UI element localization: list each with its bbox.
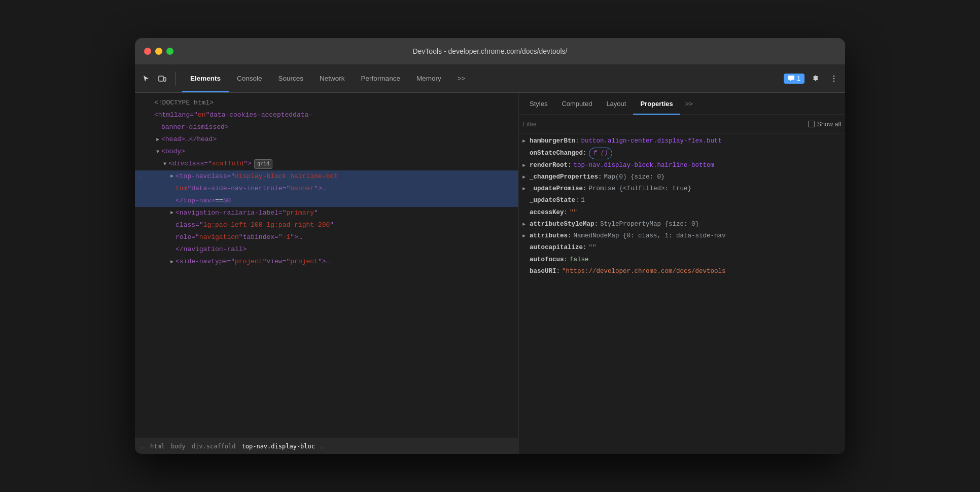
minimize-button[interactable] — [155, 48, 162, 55]
svg-rect-1 — [164, 78, 166, 81]
cursor-icon[interactable] — [139, 72, 153, 86]
grid-badge[interactable]: grid — [254, 159, 272, 169]
chat-badge-button[interactable]: 1 — [784, 74, 804, 84]
html-line-html-open: ► <html lang="en" data-cookies-accepted … — [135, 109, 518, 121]
tab-styles[interactable]: Styles — [522, 93, 554, 115]
breadcrumb: … html body div.scaffold top-nav.display… — [135, 438, 518, 454]
svg-point-4 — [833, 80, 834, 81]
filter-input[interactable] — [522, 120, 804, 128]
breadcrumb-dots-start: … — [139, 443, 147, 450]
tab-memory[interactable]: Memory — [408, 64, 449, 92]
prop-row-attributeStyleMap: ► attributeStyleMap : StylePropertyMap {… — [518, 219, 845, 230]
prop-triangle-attributeStyleMap[interactable]: ► — [522, 220, 530, 229]
show-all-label: Show all — [817, 121, 841, 128]
prop-row-accessKey: ► accessKey : "" — [518, 207, 845, 219]
tab-layout[interactable]: Layout — [599, 93, 633, 115]
right-tabbar: Styles Computed Layout Properties >> — [518, 93, 845, 115]
top-tabbar: Elements Console Sources Network Perform… — [135, 64, 845, 93]
f-badge: f () — [589, 148, 613, 159]
prop-row-attributes: ► attributes : NamedNodeMap {0: class, 1… — [518, 230, 845, 242]
svg-rect-0 — [159, 76, 163, 81]
tab-network[interactable]: Network — [311, 64, 353, 92]
top-tabs: Elements Console Sources Network Perform… — [182, 64, 784, 92]
svg-point-2 — [833, 75, 834, 76]
tab-more[interactable]: >> — [449, 64, 474, 92]
show-all-container[interactable]: Show all — [808, 121, 841, 128]
tab-performance[interactable]: Performance — [353, 64, 408, 92]
prop-triangle-attributes[interactable]: ► — [522, 232, 530, 240]
prop-triangle-updatePromise[interactable]: ► — [522, 185, 530, 193]
tab-computed[interactable]: Computed — [554, 93, 599, 115]
toolbar-icons — [139, 72, 176, 86]
prop-row-autofocus: ► autofocus : false — [518, 254, 845, 266]
svg-point-3 — [833, 78, 834, 79]
html-line-navrail-role: role="navigation" tabindex="-1">… — [135, 231, 518, 243]
prop-row-renderRoot: ► renderRoot : top-nav.display-block.hai… — [518, 160, 845, 171]
html-line-topnav-cont: tom" data-side-nav-inert role="banner">… — [135, 183, 518, 195]
breadcrumb-html[interactable]: html — [147, 442, 168, 451]
right-tab-more-icon[interactable]: >> — [682, 100, 696, 108]
window-controls — [144, 48, 173, 55]
tab-properties[interactable]: Properties — [633, 93, 680, 115]
properties-list[interactable]: ► hamburgerBtn : button.align-center.dis… — [518, 133, 845, 454]
maximize-button[interactable] — [166, 48, 173, 55]
html-line-html-cont: ► banner-dismissed> — [135, 121, 518, 133]
prop-triangle-renderRoot[interactable]: ► — [522, 161, 530, 170]
html-line-sidenav[interactable]: ► <side-nav type="project" view="project… — [135, 256, 518, 268]
tab-console[interactable]: Console — [229, 64, 270, 92]
tab-sources[interactable]: Sources — [270, 64, 312, 92]
right-panel: Styles Computed Layout Properties >> — [518, 93, 845, 454]
prop-triangle-changedProperties[interactable]: ► — [522, 173, 530, 182]
html-view[interactable]: ► <!DOCTYPE html> ► <html lang="en" data… — [135, 93, 518, 438]
prop-row-updateState: ► _updateState : 1 — [518, 195, 845, 206]
prop-triangle-hamburgerBtn[interactable]: ► — [522, 137, 530, 146]
html-line-topnav-close: </top-nav> == $0 — [135, 195, 518, 207]
more-options-icon[interactable] — [827, 72, 841, 86]
html-line-navrail-open[interactable]: ► <navigation-rail aria-label="primary" — [135, 207, 518, 219]
prop-row-onStateChanged: ► onStateChanged : f () — [518, 147, 845, 159]
html-line-navrail-class: class="lg:pad-left-200 lg:pad-right-200" — [135, 219, 518, 231]
html-line-topnav-open[interactable]: … ► <top-nav class="display-block hairli… — [135, 170, 518, 183]
left-panel: ► <!DOCTYPE html> ► <html lang="en" data… — [135, 93, 518, 454]
window-title: DevTools - developer.chrome.com/docs/dev… — [412, 47, 567, 55]
breadcrumb-body[interactable]: body — [168, 442, 189, 451]
show-all-checkbox[interactable] — [808, 121, 815, 127]
prop-row-changedProperties: ► _changedProperties : Map(0) {size: 0} — [518, 171, 845, 183]
html-line-navrail-close: </navigation-rail> — [135, 243, 518, 256]
main-content: ► <!DOCTYPE html> ► <html lang="en" data… — [135, 93, 845, 454]
settings-icon[interactable] — [809, 72, 823, 86]
devtools-window: DevTools - developer.chrome.com/docs/dev… — [135, 38, 845, 454]
titlebar: DevTools - developer.chrome.com/docs/dev… — [135, 38, 845, 64]
dots-indicator: … — [138, 171, 142, 181]
devtools-panel: Elements Console Sources Network Perform… — [135, 64, 845, 454]
html-line-head[interactable]: ► <head>…</head> — [135, 133, 518, 146]
prop-row-baseURI: ► baseURI : "https://developer.chrome.co… — [518, 266, 845, 277]
tab-elements[interactable]: Elements — [182, 64, 229, 92]
filter-bar: Show all — [518, 115, 845, 133]
html-line-scaffold[interactable]: ▼ <div class="scaffold"> grid — [135, 158, 518, 170]
topbar-right: 1 — [784, 72, 841, 86]
prop-row-updatePromise: ► _updatePromise : Promise {<fulfilled>:… — [518, 183, 845, 195]
breadcrumb-scaffold[interactable]: div.scaffold — [189, 442, 239, 451]
breadcrumb-topnav[interactable]: top-nav.display-bloc — [239, 442, 319, 451]
device-toggle-icon[interactable] — [155, 72, 169, 86]
html-line-doctype: ► <!DOCTYPE html> — [135, 97, 518, 109]
prop-row-hamburgerBtn: ► hamburgerBtn : button.align-center.dis… — [518, 135, 845, 147]
breadcrumb-dots-end: … — [318, 443, 326, 450]
html-line-body[interactable]: ▼ <body> — [135, 146, 518, 158]
close-button[interactable] — [144, 48, 151, 55]
prop-row-autocapitalize: ► autocapitalize : "" — [518, 242, 845, 254]
